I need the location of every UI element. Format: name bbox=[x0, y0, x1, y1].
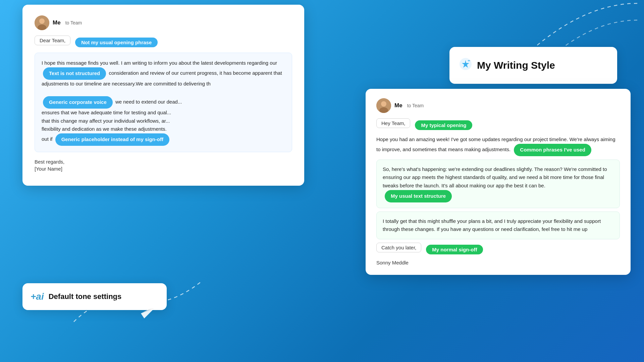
avatar bbox=[35, 15, 49, 30]
right-sign-name: Sonny Meddle bbox=[376, 260, 620, 265]
sender-to: to Team bbox=[65, 20, 82, 25]
tone-card: +ai Default tone settings bbox=[22, 283, 167, 310]
right-body-text-1: So, here's what's happening: we're exten… bbox=[383, 166, 607, 189]
right-body-box-2: I totally get that this might shuffle yo… bbox=[376, 212, 620, 240]
right-sender-to: to Team bbox=[407, 103, 424, 108]
badge-generic-corporate: Generic corporate voice bbox=[43, 96, 113, 109]
badge-normal-signoff: My normal sign-off bbox=[426, 245, 483, 254]
right-email-card: Me to Team Hey Team, My typical opening … bbox=[366, 89, 631, 275]
right-sender-name: Me bbox=[394, 102, 402, 109]
left-email-card: Me to Team Dear Team, Not my usual openi… bbox=[22, 5, 304, 186]
svg-point-7 bbox=[381, 101, 386, 107]
right-salutation: Hey Team, bbox=[376, 118, 410, 128]
body-text-1: I hope this message finds you well. I am… bbox=[42, 60, 277, 66]
writing-style-title: My Writing Style bbox=[477, 60, 555, 71]
writing-style-card: My Writing Style bbox=[449, 47, 617, 84]
body-text-4: out if bbox=[42, 136, 53, 142]
salutation: Dear Team, bbox=[35, 36, 70, 45]
sign-name: [Your Name] bbox=[35, 166, 292, 172]
right-avatar bbox=[376, 98, 391, 113]
opening-row: Dear Team, Not my usual opening phrase bbox=[35, 36, 292, 49]
tone-label: Default tone settings bbox=[49, 292, 122, 301]
sender-name: Me bbox=[53, 19, 61, 26]
right-body-box-1: So, here's what's happening: we're exten… bbox=[376, 160, 620, 208]
email-body: I hope this message finds you well. I am… bbox=[35, 53, 292, 152]
right-body-text-2: I totally get that this might shuffle yo… bbox=[383, 218, 601, 232]
sign-off: Best regards, bbox=[35, 159, 292, 165]
right-intro: Hope you had an amazing week! I've got s… bbox=[376, 135, 620, 156]
right-signoff-row: Catch you later, My normal sign-off bbox=[376, 243, 620, 256]
left-sender-row: Me to Team bbox=[35, 15, 292, 30]
badge-not-structured: Text is not structured bbox=[43, 67, 106, 80]
svg-point-1 bbox=[39, 18, 45, 24]
writing-style-icon bbox=[459, 57, 472, 73]
right-opening-row: Hey Team, My typical opening bbox=[376, 118, 620, 132]
right-sender-row: Me to Team bbox=[376, 98, 620, 113]
badge-common-phrases: Common phrases I've used bbox=[514, 144, 591, 156]
opening-badge: Not my usual opening phrase bbox=[75, 38, 158, 47]
badge-usual-structure: My usual text structure bbox=[385, 190, 452, 202]
right-sign-off: Catch you later, bbox=[376, 243, 421, 252]
tone-icon: +ai bbox=[31, 291, 44, 302]
badge-typical-opening: My typical opening bbox=[415, 120, 472, 130]
badge-generic-placeholder: Generic placeholder instead of my sign-o… bbox=[55, 133, 169, 146]
